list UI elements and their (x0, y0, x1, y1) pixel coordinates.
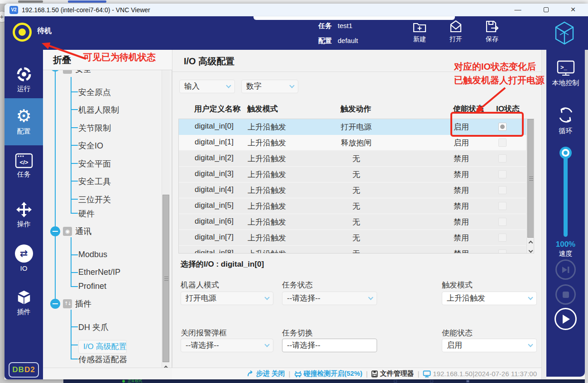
close-alarm-popup-label: 关闭报警弹框 (181, 328, 227, 338)
nav-item-plugin[interactable]: 插件 (5, 289, 43, 316)
task-switch-label: 任务切换 (282, 328, 313, 338)
vnc-logo: V2 (10, 6, 18, 14)
tree-node-plugin-collapse[interactable] (50, 299, 60, 309)
step-mode-status[interactable]: 步进 关闭 (247, 369, 285, 378)
ghost-icon (466, 380, 469, 383)
chevron-down-icon (264, 342, 269, 347)
collision-detect-status[interactable]: 碰撞检测开启(52%) (294, 369, 363, 378)
table-row[interactable]: digital_in[4]上升沿触发无禁用 (179, 182, 526, 198)
table-row[interactable]: digital_in[1]上升沿触发释放抱闸启用 (179, 135, 526, 151)
table-scrollbar-thumb[interactable] (527, 119, 534, 238)
table-scrollbar[interactable] (526, 119, 534, 254)
tree-node-comm[interactable]: 通讯 (75, 226, 91, 237)
table-row[interactable]: digital_in[8]上升沿触发无禁用 (179, 246, 526, 254)
col-header-trigger-action: 触发动作 (338, 104, 374, 114)
task-switch-input[interactable]: --请选择-- (282, 339, 377, 352)
tree-scrollbar[interactable] (162, 70, 170, 379)
open-button[interactable]: 打开 (441, 19, 470, 48)
enable-state-select[interactable]: 启用 (442, 339, 537, 352)
speed-slider-handle[interactable] (559, 147, 572, 159)
mode-status-dot (122, 380, 125, 383)
nav-label-operate: 操作 (5, 220, 43, 229)
io-state-indicator[interactable] (498, 202, 507, 210)
tree-leaf-joint-limit[interactable]: 关节限制 (78, 123, 111, 134)
robot-mode-select[interactable]: 打开电源 (181, 292, 273, 305)
local-control-label: 本地控制 (546, 79, 585, 87)
selected-io-label: 选择的I/O : digital_in[0] (181, 259, 264, 269)
right-control-rail: >_ 本地控制 循环 100% 速度 (546, 50, 585, 377)
task-state-label: 任务状态 (282, 280, 313, 290)
play-icon (561, 314, 570, 324)
tree-leaf-ethernet-ip[interactable]: EtherNet/IP (78, 268, 120, 277)
nav-item-io[interactable]: ⇄ IO (5, 244, 43, 272)
task-state-select[interactable]: --请选择-- (282, 292, 377, 305)
nav-item-config[interactable]: ⚙ 配置 (5, 98, 43, 145)
tree-panel-footer (43, 368, 172, 379)
move-arrows-icon (15, 201, 33, 218)
maximize-button[interactable] (537, 4, 555, 16)
step-forward-button[interactable] (555, 259, 576, 280)
tree-scrollbar-thumb[interactable] (163, 195, 169, 362)
status-bar: 步进 关闭 | 碰撞检测开启(52%) | 文件管理器 | 192.168.1.… (172, 368, 541, 379)
tree-leaf-sensor-adapter[interactable]: 传感器适配器 (78, 354, 127, 365)
io-state-indicator[interactable] (498, 249, 507, 254)
tree-leaf-safety-origin[interactable]: 安全原点 (78, 87, 111, 98)
collapse-label[interactable]: 折叠 (53, 50, 71, 70)
io-type-select[interactable]: 数字 (241, 80, 298, 93)
table-row[interactable]: digital_in[6]上升沿触发无禁用 (179, 214, 526, 230)
nav-item-run[interactable]: 运行 (5, 66, 43, 93)
tree-leaf-profinet[interactable]: Profinet (78, 282, 106, 291)
file-manager-button[interactable]: 文件管理器 (371, 369, 414, 378)
loop-button[interactable]: 循环 (546, 105, 585, 135)
local-control-button[interactable]: >_ 本地控制 (546, 60, 585, 87)
tree-leaf-hardware[interactable]: 硬件 (78, 208, 95, 219)
page-title: I/O 高级配置 (184, 55, 234, 67)
io-state-indicator[interactable] (498, 170, 507, 178)
save-floppy-icon (484, 19, 500, 34)
io-state-indicator[interactable] (498, 186, 507, 194)
speed-slider-track[interactable] (564, 152, 568, 237)
new-button[interactable]: 新建 (405, 19, 434, 48)
io-state-indicator[interactable] (498, 234, 507, 242)
task-value: test1 (338, 22, 353, 29)
tree-leaf-three-pos-switch[interactable]: 三位开关 (78, 194, 111, 205)
play-button[interactable] (555, 308, 577, 330)
vnc-toolbar-notch[interactable] (253, 16, 455, 20)
table-scroll-up-button[interactable] (527, 238, 534, 246)
save-button[interactable]: 保存 (478, 19, 507, 48)
config-label: 配置 (318, 37, 332, 44)
tree-leaf-safety-plane[interactable]: 安全平面 (78, 158, 111, 169)
ghost-icon (394, 380, 397, 383)
tree-branch-line (71, 237, 72, 286)
terminal-glyph: >_ (560, 64, 568, 71)
table-row[interactable]: digital_in[3]上升沿触发无禁用 (179, 167, 526, 182)
new-button-label: 新建 (405, 35, 434, 43)
code-glyph: </> (19, 159, 28, 166)
close-alarm-popup-select[interactable]: --请选择-- (181, 339, 273, 352)
tree-leaf-modbus[interactable]: Modbus (78, 250, 107, 259)
trigger-mode-select[interactable]: 上升沿触发 (442, 292, 537, 305)
dbd2-green: DB (12, 365, 24, 374)
table-row[interactable]: digital_in[7]上升沿触发无禁用 (179, 230, 526, 246)
table-row[interactable]: digital_in[5]上升沿触发无禁用 (179, 198, 526, 214)
tree-node-comm-collapse[interactable] (50, 226, 60, 236)
table-scroll-down-button[interactable] (527, 246, 534, 254)
tree-leaf-robot-limit[interactable]: 机器人限制 (78, 105, 119, 115)
tree-leaf-safety-io[interactable]: 安全IO (78, 140, 103, 151)
nav-item-task[interactable]: </> 任务 (5, 153, 43, 179)
io-state-indicator[interactable] (498, 154, 507, 163)
io-state-indicator[interactable] (498, 218, 507, 226)
io-state-indicator[interactable] (498, 139, 507, 147)
tree-leaf-dh-gripper[interactable]: DH 夹爪 (78, 322, 109, 333)
nav-label-run: 运行 (5, 85, 43, 93)
dbd2-badge[interactable]: DBD2 (9, 362, 39, 378)
io-direction-select[interactable]: 输入 (179, 80, 235, 93)
nav-item-operate[interactable]: 操作 (5, 201, 43, 229)
tree-node-plugin[interactable]: 插件 (75, 298, 91, 309)
table-row[interactable]: digital_in[2]上升沿触发无禁用 (179, 151, 526, 167)
tree-leaf-safety-tool[interactable]: 安全工具 (78, 176, 111, 187)
close-button[interactable]: × (564, 4, 582, 16)
tree-leaf-io-advanced-config[interactable]: I/O 高级配置 (78, 340, 127, 354)
minimize-button[interactable]: — (509, 4, 526, 16)
stop-button[interactable] (555, 284, 576, 305)
